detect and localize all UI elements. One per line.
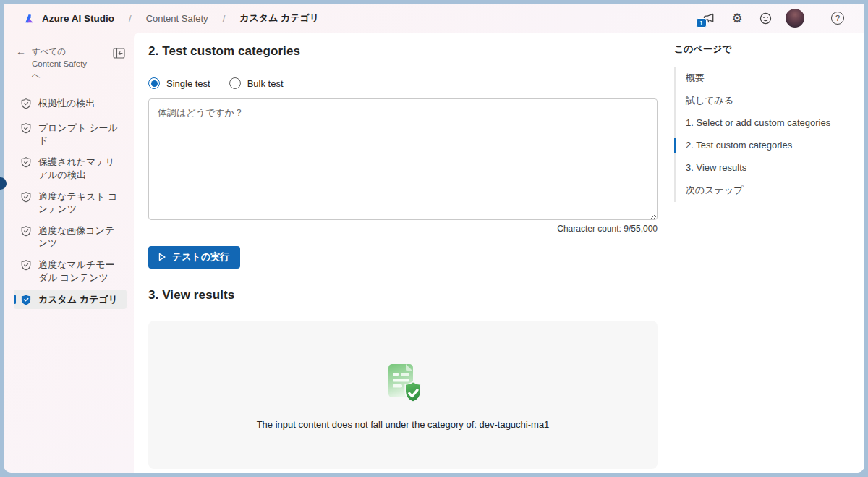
breadcrumb-separator: /: [121, 13, 140, 24]
shield-check-icon: [20, 259, 32, 274]
breadcrumb-current-page: カスタム カテゴリ: [239, 12, 319, 25]
play-icon: [158, 253, 166, 261]
sidebar-nav-item-label: 保護されたマテリアルの検出: [38, 156, 121, 180]
main-panel: 2. Test custom categories Single test Bu…: [134, 33, 864, 473]
on-this-page-link-label: 3. View results: [686, 162, 746, 173]
shield-check-icon: [20, 294, 32, 305]
sidebar-nav-item-label: カスタム カテゴリ: [38, 293, 118, 305]
character-count: Character count: 9/55,000: [148, 224, 658, 234]
shield-check-icon: [20, 98, 32, 112]
sidebar-nav-item[interactable]: 適度な画像コンテンツ: [14, 221, 127, 253]
sidebar-nav-item[interactable]: 適度なテキスト コンテンツ: [14, 187, 127, 219]
breadcrumb-separator: /: [215, 13, 234, 24]
sidebar-nav-item[interactable]: 保護されたマテリアルの検出: [14, 152, 127, 184]
top-bar: Azure AI Studio / Content Safety / カスタム …: [4, 4, 864, 33]
sidebar-nav-item-label: プロンプト シールド: [38, 122, 121, 146]
shield-check-icon: [20, 122, 32, 137]
single-test-label: Single test: [166, 78, 210, 89]
breadcrumb-content-safety[interactable]: Content Safety: [146, 13, 208, 24]
on-this-page-title: このページで: [674, 43, 855, 56]
sidebar-nav-item-label: 根拠性の検出: [38, 97, 95, 109]
content-column: 2. Test custom categories Single test Bu…: [148, 44, 658, 473]
app-surface: Azure AI Studio / Content Safety / カスタム …: [4, 4, 864, 473]
settings-gear-icon[interactable]: ⚙: [729, 10, 745, 26]
on-this-page-link[interactable]: 1. Select or add custom categories: [686, 111, 855, 134]
user-avatar[interactable]: [786, 9, 804, 28]
page-body: ← すべての Content Safety へ: [4, 33, 864, 473]
on-this-page-link[interactable]: 次のステップ: [686, 180, 855, 202]
on-this-page-link-label: 1. Select or add custom categories: [686, 117, 830, 128]
shield-check-icon: [20, 225, 32, 240]
bulk-test-radio[interactable]: Bulk test: [229, 77, 284, 89]
breadcrumb: Azure AI Studio / Content Safety / カスタム …: [22, 12, 319, 25]
divider: [817, 10, 817, 26]
sidebar-nav-list: 根拠性の検出: [4, 93, 134, 309]
run-test-button-label: テストの実行: [172, 250, 229, 263]
on-this-page-link[interactable]: 3. View results: [686, 157, 855, 180]
on-this-page-link-label: 次のステップ: [686, 185, 744, 195]
shield-check-icon: [20, 156, 32, 171]
sidebar-nav-item-label: 適度なマルチモーダル コンテンツ: [38, 258, 121, 283]
feedback-smiley-icon[interactable]: [757, 10, 773, 26]
on-this-page-nav: このページで 概要 試してみる 1. Select or add custom …: [674, 43, 855, 202]
azure-ai-studio-logo-icon[interactable]: [22, 12, 35, 25]
on-this-page-link-label: 2. Test custom categories: [686, 140, 792, 151]
sidebar-back-row: ← すべての Content Safety へ: [4, 46, 134, 82]
result-panel: The input content does not fall under th…: [148, 321, 658, 469]
announcements-icon[interactable]: 1: [701, 10, 717, 26]
on-this-page-link[interactable]: 試してみる: [686, 89, 855, 111]
section-2-heading: 2. Test custom categories: [148, 44, 658, 59]
result-message: The input content does not fall under th…: [257, 419, 550, 430]
section-3-heading: 3. View results: [148, 288, 658, 303]
on-this-page-list: 概要 試してみる 1. Select or add custom categor…: [674, 67, 855, 202]
sidebar-nav-item[interactable]: 根拠性の検出: [14, 93, 127, 116]
notification-badge: 1: [696, 18, 707, 28]
back-to-content-safety-link[interactable]: すべての Content Safety へ: [32, 46, 94, 82]
test-input-textarea[interactable]: 体調はどうですか？: [148, 98, 658, 220]
shield-check-icon: [20, 191, 32, 206]
document-shield-check-icon: [380, 360, 426, 410]
radio-dot: [148, 77, 160, 89]
on-this-page-link-label: 概要: [686, 72, 705, 83]
on-this-page-link[interactable]: 2. Test custom categories: [686, 135, 855, 157]
sidebar-nav-item[interactable]: 適度なマルチモーダル コンテンツ: [14, 255, 127, 287]
collapse-panel-icon[interactable]: [111, 46, 127, 60]
app-window: Azure AI Studio / Content Safety / カスタム …: [0, 0, 868, 477]
sidebar-nav-item-label: 適度な画像コンテンツ: [38, 224, 121, 249]
bulk-test-label: Bulk test: [247, 78, 284, 89]
back-arrow-icon[interactable]: ←: [16, 46, 26, 58]
on-this-page-link-label: 試してみる: [686, 95, 733, 106]
run-test-button[interactable]: テストの実行: [148, 246, 240, 269]
radio-dot: [229, 77, 241, 89]
sidebar-nav-item-label: 適度なテキスト コンテンツ: [38, 190, 121, 215]
help-icon[interactable]: ?: [830, 10, 846, 26]
sidebar-nav-item[interactable]: プロンプト シールド: [14, 118, 127, 150]
on-this-page-link[interactable]: 概要: [686, 67, 855, 89]
single-test-radio[interactable]: Single test: [148, 77, 210, 89]
sidebar-nav-item[interactable]: カスタム カテゴリ: [14, 290, 127, 309]
app-title[interactable]: Azure AI Studio: [42, 13, 114, 24]
test-mode-radio-group: Single test Bulk test: [148, 77, 658, 89]
left-sidebar: ← すべての Content Safety へ: [4, 33, 134, 473]
top-bar-actions: 1 ⚙ ?: [701, 9, 846, 28]
